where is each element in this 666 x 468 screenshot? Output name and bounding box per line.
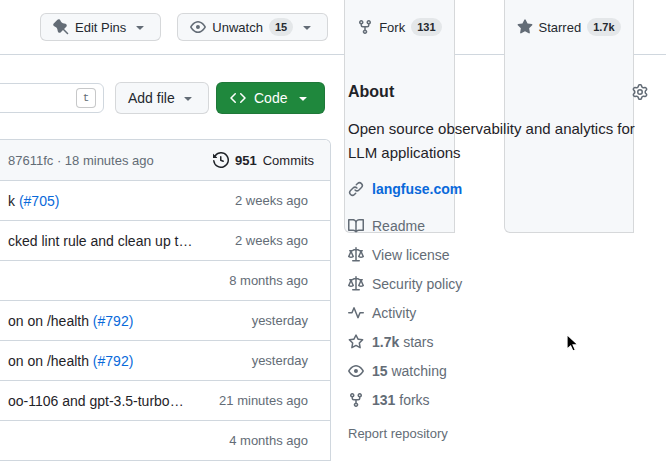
chevron-down-icon [180, 90, 196, 106]
readme-link[interactable]: Readme [348, 211, 648, 240]
commit-message: on on /health [8, 353, 93, 369]
table-row[interactable]: k (#705) 2 weeks ago [0, 180, 330, 220]
fork-label: Fork [379, 20, 405, 35]
add-file-label: Add file [128, 90, 175, 106]
commit-time: · 18 minutes ago [53, 153, 153, 168]
pulse-icon [348, 305, 364, 321]
fork-icon [348, 392, 364, 408]
table-row[interactable]: 4 months ago [0, 420, 330, 460]
table-row[interactable]: cked lint rule and clean up t… 2 weeks a… [0, 220, 330, 260]
issue-link[interactable]: (#792) [93, 313, 133, 329]
history-icon [213, 152, 229, 168]
report-repository-link[interactable]: Report repository [348, 426, 648, 441]
stars-count: 1.7k [587, 18, 620, 36]
file-table: 87611fc · 18 minutes ago 951 Commits k (… [0, 139, 331, 461]
commit-age: 8 months ago [229, 273, 308, 288]
law-icon [348, 247, 364, 263]
add-file-button[interactable]: Add file [115, 82, 209, 114]
law-icon [348, 276, 364, 292]
chevron-down-icon [132, 19, 148, 35]
stars-link[interactable]: 1.7k stars [348, 327, 648, 356]
commit-message: oo-1106 and gpt-3.5-turbo… [8, 393, 184, 409]
latest-commit-meta[interactable]: 87611fc · 18 minutes ago [8, 153, 154, 168]
chevron-down-icon [295, 90, 311, 106]
commit-age: yesterday [252, 313, 308, 328]
repo-description: Open source observability and analytics … [348, 117, 648, 165]
about-sidebar: About Open source observability and anal… [331, 55, 666, 467]
watchers-count: 15 [269, 18, 293, 36]
table-row[interactable]: on on /health (#792) yesterday [0, 300, 330, 340]
table-row[interactable]: oo-1106 and gpt-3.5-turbo… 21 minutes ag… [0, 380, 330, 420]
fork-icon [357, 19, 373, 35]
commit-message: k [8, 193, 19, 209]
latest-commit-bar: 87611fc · 18 minutes ago 951 Commits [0, 140, 330, 180]
website-link[interactable]: langfuse.com [372, 181, 462, 197]
issue-link[interactable]: (#792) [93, 353, 133, 369]
eye-icon [348, 363, 364, 379]
commits-count: 951 [235, 153, 257, 168]
commit-age: 21 minutes ago [219, 393, 308, 408]
gear-icon [632, 84, 648, 100]
commit-age: 4 months ago [229, 433, 308, 448]
about-settings-button[interactable] [632, 84, 648, 100]
chevron-down-icon [299, 19, 315, 35]
commit-age: yesterday [252, 353, 308, 368]
commit-history-link[interactable]: 951 Commits [213, 152, 314, 168]
watching-link[interactable]: 15 watching [348, 356, 648, 385]
about-title: About [348, 83, 394, 101]
unwatch-label: Unwatch [212, 20, 263, 35]
commit-hash[interactable]: 87611fc [8, 153, 53, 168]
files-pane: t Add file Code 87611fc · 18 minutes [0, 55, 331, 467]
files-toolbar: t Add file Code [0, 55, 331, 139]
forks-link[interactable]: 131 forks [348, 385, 648, 414]
main-content: t Add file Code 87611fc · 18 minutes [0, 55, 666, 467]
book-icon [348, 218, 364, 234]
star-filled-icon [517, 19, 533, 35]
edit-pins-button[interactable]: Edit Pins [40, 13, 161, 41]
website-row: langfuse.com [348, 181, 648, 197]
eye-icon [190, 19, 206, 35]
goto-file-shortcut-hint: t [76, 88, 96, 108]
commit-age: 2 weeks ago [235, 193, 308, 208]
table-row[interactable]: on on /health (#792) yesterday [0, 340, 330, 380]
code-label: Code [254, 90, 287, 106]
activity-link[interactable]: Activity [348, 298, 648, 327]
unwatch-button[interactable]: Unwatch 15 [177, 13, 328, 41]
starred-label: Starred [539, 20, 582, 35]
commit-message: on on /health [8, 313, 93, 329]
security-policy-link[interactable]: Security policy [348, 269, 648, 298]
edit-pins-label: Edit Pins [75, 20, 126, 35]
commits-count-label: Commits [263, 153, 314, 168]
star-icon [348, 334, 364, 350]
link-icon [348, 181, 364, 197]
commit-message: cked lint rule and clean up t… [8, 233, 192, 249]
table-row[interactable]: 8 months ago [0, 260, 330, 300]
issue-link[interactable]: (#705) [19, 193, 59, 209]
commit-age: 2 weeks ago [235, 233, 308, 248]
pin-icon [53, 19, 69, 35]
go-to-file-input[interactable]: t [0, 83, 104, 113]
code-icon [230, 90, 246, 106]
forks-count: 131 [411, 18, 441, 36]
repo-action-bar: Edit Pins Unwatch 15 Fork 131 [0, 0, 666, 55]
about-links: Readme View license Security policy Acti… [348, 211, 648, 414]
license-link[interactable]: View license [348, 240, 648, 269]
code-button[interactable]: Code [216, 82, 325, 114]
